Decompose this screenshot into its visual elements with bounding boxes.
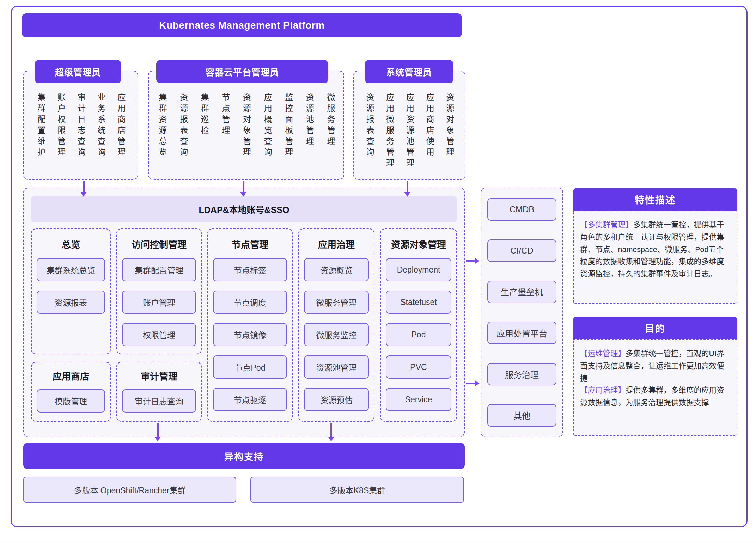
module-item: 微服务管理 [304,291,369,314]
role-permission: 应用微服务管理 [385,93,394,176]
flow-arrow-right [466,380,480,386]
module-item: 节点Pod [213,355,287,379]
module-item: 节点驱逐 [213,388,287,411]
auth-bar: LDAP&本地账号&SSO [31,196,457,222]
module-item: 资源预估 [304,388,369,411]
module-item: Pod [386,323,451,346]
arrow-head-icon [80,192,87,197]
purpose-entry: 【应用治理】提供多集群，多维度的应用资源数据信息，为服务治理提供数据支撑 [580,384,730,409]
module-item: Statefuset [386,291,451,314]
flow-arrow-down [404,181,410,197]
module-item: Service [386,388,451,411]
arrow-head-icon [240,192,246,197]
module-item: 微服务监控 [304,323,369,346]
module-title: 应用治理 [299,238,374,252]
module-title: 资源对象管理 [381,238,456,252]
role-permission: 节点管理 [220,93,230,176]
role-permission: 资源对象管理 [445,93,454,176]
module-column: 应用治理资源概览微服务管理微服务监控资源池管理资源预估 [298,228,374,422]
flow-arrow-down [240,181,246,197]
module-item: Deployment [386,258,451,281]
integration-item: 应用处置平台 [487,322,556,344]
purpose-entry-tag: 【应用治理】 [580,386,626,395]
module-item: 节点标签 [213,258,287,281]
purpose-entry: 【运维管理】多集群统一管控，直观的UI界面支持及信息整合，让运维工作更加高效便捷 [580,348,730,384]
integration-item: 其他 [487,404,556,427]
role-permission-list: 资源报表查询应用微服务管理应用资源池管理应用商店使用资源对象管理 [354,93,465,176]
role-group: 集群配置维护账户权限管理审计日志查询业务系统查询应用商店管理 [23,71,138,180]
module-column: 访问控制管理集群配置管理账户管理权限管理 [116,228,202,354]
flow-arrow-down [80,181,87,197]
role-badge: 超级管理员 [35,60,121,83]
role-group: 资源报表查询应用微服务管理应用资源池管理应用商店使用资源对象管理 [353,71,465,180]
role-permission: 业务系统查询 [96,93,105,176]
arrow-shaft [330,423,332,437]
integration-item: CI/CD [487,239,556,262]
module-item: 权限管理 [122,323,196,346]
arrow-shaft [243,181,244,192]
auth-bar-label: LDAP&本地账号&SSO [199,203,289,215]
hetero-support-banner: 异构支持 [23,443,465,469]
arrow-head-icon [404,192,410,197]
arrow-shaft [466,383,475,384]
flow-arrow-down [328,423,334,441]
hetero-cluster-item: 多版本 OpenShift/Rancher集群 [23,477,236,503]
arrow-head-icon [328,437,334,441]
module-title: 应用商店 [32,370,110,384]
platform-title: Kubernates Management Platform [159,20,324,31]
feature-panel-body: 【多集群管理】多集群统一管控，提供基于角色的多租户统一认证与权限管理，提供集群、… [573,211,737,304]
integration-item: CMDB [487,198,556,221]
module-column: 节点管理节点标签节点调度节点镜像节点Pod节点驱逐 [207,228,293,422]
bottom-divider [0,542,756,542]
module-item: 集群系统总览 [37,258,105,281]
role-permission: 集群配置维护 [36,93,45,176]
role-permission: 审计日志查询 [76,93,86,176]
module-title: 访问控制管理 [117,238,201,252]
role-permission: 应用概览查询 [262,93,272,176]
role-permission: 资源报表查询 [178,93,188,176]
role-group: 集群资源总览资源报表查询集群巡检节点管理资源对象管理应用概览查询监控面板管理资源… [148,71,344,180]
flow-arrow-down [154,423,161,441]
role-permission: 应用商店使用 [425,93,434,176]
module-title: 节点管理 [208,238,292,252]
role-permission: 应用商店管理 [116,93,126,176]
arrow-head-icon [154,437,161,441]
role-permission: 资源报表查询 [365,93,374,176]
role-permission: 资源池管理 [304,93,314,176]
module-item: PVC [386,355,451,379]
integration-item: 生产堡垒机 [487,281,556,303]
purpose-panel: 目的 【运维管理】多集群统一管控，直观的UI界面支持及信息整合，让运维工作更加高… [573,317,737,436]
role-permission: 资源对象管理 [242,93,251,176]
hetero-support-title: 异构支持 [224,450,264,463]
integration-item: 服务治理 [487,363,556,385]
module-item: 节点镜像 [213,323,287,346]
role-permission: 账户权限管理 [56,93,66,176]
purpose-panel-title: 目的 [573,317,737,339]
arrow-shaft [407,181,408,192]
module-column-secondary: 应用商店模版管理 [31,362,111,422]
module-column-secondary: 审计管理审计日志查询 [116,362,202,422]
architecture-diagram: Kubernates Management Platform LDAP&本地账号… [0,0,756,543]
feature-panel-title: 特性描述 [573,188,737,211]
feature-panel-tag: 【多集群管理】 [580,221,633,229]
module-item: 资源池管理 [304,355,369,379]
role-permission: 微服务管理 [325,93,335,176]
module-item: 集群配置管理 [122,258,196,281]
module-column: 总览集群系统总览资源报表 [31,228,111,354]
role-permission: 集群巡检 [199,93,209,176]
arrow-shaft [157,423,159,437]
role-permission-list: 集群资源总览资源报表查询集群巡检节点管理资源对象管理应用概览查询监控面板管理资源… [149,93,343,176]
module-item: 资源报表 [37,291,105,314]
arrow-shaft [466,260,475,262]
hetero-cluster-item: 多版本K8S集群 [250,477,464,503]
integration-container: CMDBCI/CD生产堡垒机应用处置平台服务治理其他 [481,188,563,437]
role-permission-list: 集群配置维护账户权限管理审计日志查询业务系统查询应用商店管理 [24,93,138,176]
module-title: 总览 [32,238,110,252]
arrow-head-icon [475,380,480,386]
module-column: 资源对象管理DeploymentStatefusetPodPVCService [380,228,457,422]
platform-title-banner: Kubernates Management Platform [22,13,462,37]
module-item: 账户管理 [122,291,196,314]
purpose-panel-body: 【运维管理】多集群统一管控，直观的UI界面支持及信息整合，让运维工作更加高效便捷… [573,339,737,436]
arrow-shaft [83,181,85,192]
feature-panel-text: 多集群统一管控，提供基于角色的多租户统一认证与权限管理，提供集群、节点、name… [580,221,724,278]
